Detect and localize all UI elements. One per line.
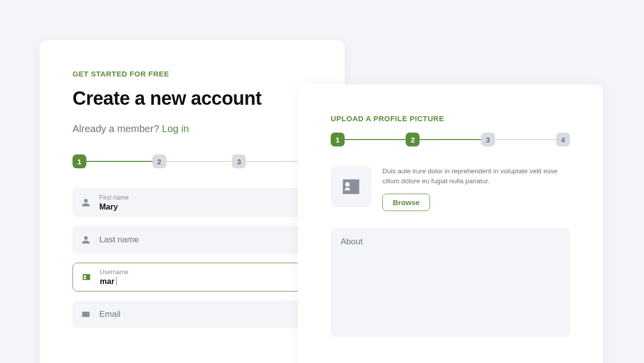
step-4[interactable]: 4: [556, 133, 570, 146]
step-bar: [345, 139, 406, 140]
eyebrow-text: UPLOAD A PROFILE PICTURE: [331, 114, 570, 123]
last-name-placeholder: Last name: [99, 235, 139, 245]
first-name-label: First name: [99, 194, 129, 203]
username-label: Username: [100, 268, 129, 277]
step-bar: [495, 139, 556, 140]
already-member-text: Already a member? Log in: [72, 123, 312, 135]
step-bar: [166, 161, 232, 162]
step-1[interactable]: 1: [331, 133, 345, 146]
step-3[interactable]: 3: [232, 154, 246, 168]
step-2[interactable]: 2: [152, 154, 166, 168]
step-bar: [420, 139, 481, 140]
about-placeholder: About: [341, 237, 362, 246]
email-placeholder: Email: [99, 309, 121, 319]
profile-id-icon: [340, 176, 362, 198]
step-bar: [86, 161, 152, 162]
eyebrow-text: GET STARTED FOR FREE: [72, 70, 312, 78]
first-name-value: Mary: [99, 203, 129, 212]
stepper-right: 1 2 3 4: [331, 133, 570, 146]
already-member-prefix: Already a member?: [72, 123, 162, 134]
browse-button[interactable]: Browse: [382, 194, 430, 211]
about-field[interactable]: About: [331, 228, 570, 337]
stepper-left: 1 2 3: [72, 154, 312, 168]
upload-info: Duis aute irure dolor in reprehenderit i…: [382, 166, 570, 211]
login-link[interactable]: Log in: [162, 123, 189, 134]
page-title: Create a new account: [72, 88, 312, 109]
id-card-icon: [82, 273, 91, 282]
username-value: mar: [100, 277, 129, 286]
step-3[interactable]: 3: [481, 133, 495, 146]
upload-profile-card: UPLOAD A PROFILE PICTURE 1 2 3 4 Duis au…: [298, 84, 603, 363]
mail-icon: [81, 310, 90, 319]
text-cursor: [116, 277, 117, 286]
profile-picture-placeholder[interactable]: [331, 166, 371, 207]
step-2[interactable]: 2: [406, 133, 420, 146]
upload-description: Duis aute irure dolor in reprehenderit i…: [382, 166, 570, 187]
user-icon: [81, 198, 90, 207]
step-1[interactable]: 1: [72, 154, 86, 168]
user-icon: [81, 235, 90, 244]
upload-row: Duis aute irure dolor in reprehenderit i…: [331, 166, 570, 211]
